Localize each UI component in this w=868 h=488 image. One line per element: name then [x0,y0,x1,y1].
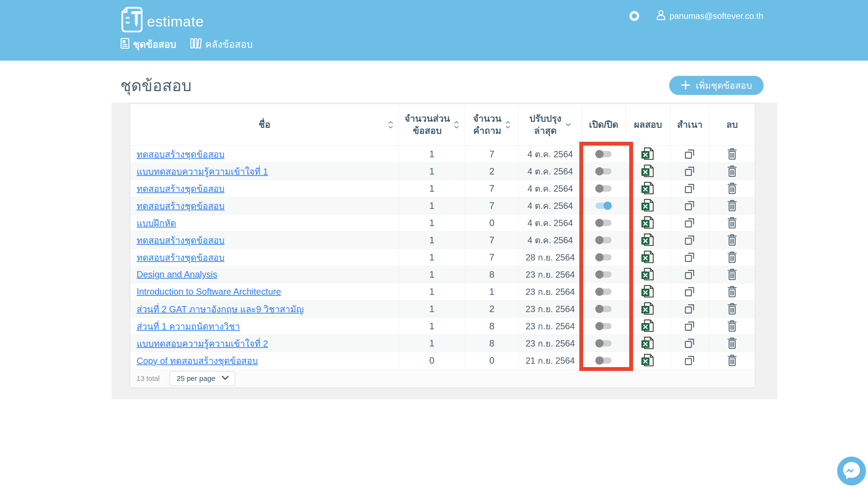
nav-item-question-bank[interactable]: คลังข้อสอบ [190,37,253,52]
delete-button[interactable] [726,354,738,367]
column-header-updated[interactable]: ปรับปรุง ล่าสุด [519,104,582,145]
enable-toggle[interactable] [595,271,612,278]
delete-button[interactable] [726,216,738,230]
delete-cell [709,214,755,232]
duplicate-button[interactable] [684,337,695,349]
duplicate-button[interactable] [684,234,695,246]
copy-cell [671,249,709,266]
user-menu[interactable]: panumas@softever.co.th [656,9,764,23]
table-row: ทดสอบสร้างชุดข้อสอบ 1 7 4 ต.ค. 2564 [130,197,755,214]
duplicate-button[interactable] [684,182,695,195]
delete-cell [709,232,755,249]
exam-set-link[interactable]: ส่วนที่ 2 GAT ภาษาอังกฤษ และ9 วิชาสามัญ [136,302,304,316]
exam-set-link[interactable]: ทดสอบสร้างชุดข้อสอบ [136,147,224,161]
exam-set-link[interactable]: แบบทดสอบความรู้ความเข้าใจที่ 1 [136,164,268,179]
exam-set-link[interactable]: Introduction to Software Architecture [136,287,281,297]
sort-icon[interactable] [454,121,459,129]
messenger-chat-button[interactable] [837,456,867,486]
enable-toggle[interactable] [595,323,612,329]
sort-desc-icon[interactable] [565,123,571,126]
exam-set-link[interactable]: ทดสอบสร้างชุดข้อสอบ [136,250,224,265]
copy-icon [684,165,695,178]
export-results-button[interactable] [641,164,655,179]
duplicate-button[interactable] [684,303,695,315]
excel-file-icon [641,284,655,299]
toggle-cell [582,283,626,300]
delete-button[interactable] [726,285,738,299]
export-results-button[interactable] [641,267,655,282]
delete-button[interactable] [726,148,738,161]
sections-count-cell: 1 [399,232,465,249]
export-results-button[interactable] [641,250,655,265]
delete-button[interactable] [726,182,738,195]
duplicate-button[interactable] [684,286,695,298]
duplicate-button[interactable] [684,148,695,160]
delete-button[interactable] [726,319,738,333]
export-results-button[interactable] [641,199,655,213]
exam-set-link[interactable]: แบบฝึกหัด [136,216,176,230]
table-row: Introduction to Software Architecture 1 … [130,283,755,301]
duplicate-button[interactable] [684,165,695,178]
export-results-button[interactable] [641,181,655,196]
column-header-name[interactable]: ชื่อ [130,104,399,145]
delete-button[interactable] [726,234,738,247]
sections-count-cell: 1 [399,197,465,214]
duplicate-button[interactable] [684,320,695,332]
messenger-icon [837,483,867,487]
duplicate-button[interactable] [684,251,695,264]
enable-toggle[interactable] [595,168,612,175]
questions-count-cell: 8 [465,266,519,283]
exam-set-link[interactable]: Design and Analysis [136,269,217,280]
enable-toggle[interactable] [595,151,612,157]
brand-logo[interactable]: estimate [120,6,204,33]
exam-set-link[interactable]: ทดสอบสร้างชุดข้อสอบ [136,199,224,213]
export-results-button[interactable] [641,336,655,351]
sort-icon[interactable] [505,121,510,129]
enable-toggle[interactable] [595,185,612,192]
delete-button[interactable] [726,165,738,178]
duplicate-button[interactable] [684,355,695,367]
delete-button[interactable] [726,251,738,264]
exam-set-link[interactable]: ทดสอบสร้างชุดข้อสอบ [136,233,224,247]
export-results-button[interactable] [641,233,655,248]
enable-toggle[interactable] [595,288,612,295]
duplicate-button[interactable] [684,217,695,229]
enable-toggle[interactable] [595,357,612,364]
excel-file-icon [641,336,655,351]
total-count: 13 total [136,375,160,383]
exam-set-link[interactable]: Copy of ทดสอบสร้างชุดข้อสอบ [136,354,258,368]
enable-toggle[interactable] [595,237,612,243]
excel-file-icon [641,216,655,231]
enable-toggle[interactable] [595,340,612,346]
export-results-button[interactable] [641,319,655,334]
enable-toggle[interactable] [595,203,612,209]
exam-set-link[interactable]: ส่วนที่ 1 ความถนัดทางวิชา [136,319,240,333]
sections-count-cell: 1 [399,214,465,232]
duplicate-button[interactable] [684,269,695,281]
copy-icon [684,269,695,281]
delete-button[interactable] [726,199,738,213]
export-results-button[interactable] [641,216,655,231]
enable-toggle[interactable] [595,220,612,226]
export-results-button[interactable] [641,147,655,162]
sort-icon[interactable] [388,121,393,129]
export-results-button[interactable] [641,302,655,316]
enable-toggle[interactable] [595,306,612,312]
exam-set-link[interactable]: แบบทดสอบความรู้ความเข้าใจที่ 2 [136,336,268,350]
updated-date-cell: 21 ก.ย. 2564 [519,352,582,369]
add-exam-set-button[interactable]: เพิ่มชุดข้อสอบ [669,76,764,95]
column-header-sections[interactable]: จำนวนส่วน ข้อสอบ [399,104,465,145]
exam-set-link[interactable]: ทดสอบสร้างชุดข้อสอบ [136,182,224,196]
per-page-select[interactable]: 25 per page [169,371,235,386]
sections-count-cell: 1 [399,163,465,180]
enable-toggle[interactable] [595,254,612,261]
delete-button[interactable] [726,337,738,350]
column-header-questions[interactable]: จำนวน คำถาม [465,104,519,145]
delete-button[interactable] [726,302,738,316]
duplicate-button[interactable] [684,200,695,212]
export-results-button[interactable] [641,353,655,368]
questions-count-cell: 1 [465,283,519,300]
export-results-button[interactable] [641,284,655,299]
nav-item-exam-sets[interactable]: ชุดข้อสอบ [120,37,176,52]
delete-button[interactable] [726,268,738,281]
